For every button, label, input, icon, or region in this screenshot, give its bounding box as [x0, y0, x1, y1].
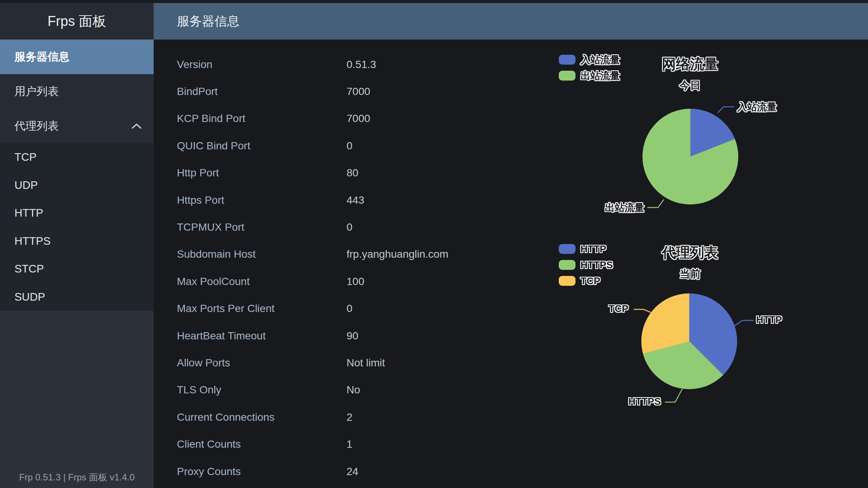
- sidebar-item-user-list[interactable]: 用户列表: [0, 74, 154, 109]
- pie-label-https: HTTPS: [628, 396, 661, 407]
- legend-item-https[interactable]: HTTPS: [559, 260, 613, 270]
- sidebar-footer: Frp 0.51.3 | Frps 面板 v1.4.0: [0, 311, 154, 488]
- proxy-submenu: TCP UDP HTTP HTTPS STCP SUDP: [0, 143, 154, 311]
- sidebar-item-label: 服务器信息: [14, 49, 70, 65]
- submenu-item-label: SUDP: [14, 291, 45, 303]
- traffic-chart-legend: 入站流量 出站流量: [559, 55, 620, 81]
- chart-subtitle: 当前: [662, 267, 718, 281]
- row-label: Https Port: [177, 194, 347, 206]
- sidebar-item-http[interactable]: HTTP: [0, 199, 154, 227]
- row-label: Current Connections: [177, 411, 347, 423]
- pie-label-outbound: 出站流量: [605, 201, 644, 214]
- proxy-pie-chart[interactable]: [641, 293, 737, 389]
- submenu-item-label: HTTPS: [14, 235, 51, 247]
- table-row: Proxy Counts24: [177, 458, 448, 485]
- proxy-chart-title-block: 代理列表 当前: [662, 243, 718, 281]
- table-row: TCPMUX Port0: [177, 214, 448, 241]
- row-label: Subdomain Host: [177, 248, 347, 260]
- table-row: Https Port443: [177, 187, 448, 214]
- sidebar-menu: 服务器信息 用户列表 代理列表 TCP UDP HTTP HTTP: [0, 40, 154, 311]
- table-row: Max PoolCount100: [177, 268, 448, 295]
- row-value: 0.51.3: [347, 59, 376, 71]
- legend-item-inbound[interactable]: 入站流量: [559, 55, 620, 65]
- row-label: Http Port: [177, 167, 347, 179]
- legend-label: HTTP: [580, 243, 606, 255]
- leader-line-tcp: [634, 309, 651, 312]
- traffic-chart-title-block: 网络流量 今日: [662, 55, 718, 93]
- submenu-item-label: UDP: [14, 179, 38, 192]
- sidebar-item-udp[interactable]: UDP: [0, 171, 154, 200]
- server-info-table: Version0.51.3 BindPort7000 KCP Bind Port…: [177, 51, 448, 485]
- row-value: 0: [347, 140, 353, 152]
- chart-title: 网络流量: [662, 55, 718, 74]
- table-row: Max Ports Per Client0: [177, 295, 448, 322]
- chart-subtitle: 今日: [662, 78, 718, 93]
- table-row: TLS OnlyNo: [177, 377, 448, 404]
- app-title: Frps 面板: [0, 3, 154, 40]
- row-label: HeartBeat Timeout: [177, 330, 347, 342]
- sidebar-item-https[interactable]: HTTPS: [0, 227, 154, 255]
- legend-swatch-icon: [559, 244, 575, 254]
- row-label: TLS Only: [177, 384, 347, 396]
- sidebar-item-sudp[interactable]: SUDP: [0, 283, 154, 311]
- row-label: Version: [177, 59, 347, 71]
- row-value: 80: [347, 167, 358, 179]
- sidebar-item-server-info[interactable]: 服务器信息: [0, 40, 154, 74]
- chevron-up-icon: [131, 123, 142, 130]
- legend-item-tcp[interactable]: TCP: [559, 276, 613, 286]
- sidebar-item-tcp[interactable]: TCP: [0, 143, 154, 171]
- leader-line-https: [665, 389, 682, 402]
- row-value: 1: [347, 438, 353, 450]
- traffic-pie-chart[interactable]: [642, 109, 738, 204]
- sidebar-item-label: 代理列表: [14, 119, 59, 134]
- version-footer: Frp 0.51.3 | Frps 面板 v1.4.0: [19, 471, 135, 483]
- table-row: Allow PortsNot limit: [177, 349, 448, 376]
- pie-label-http: HTTP: [756, 314, 782, 326]
- leader-line-inbound: [718, 107, 734, 113]
- legend-label: 出站流量: [580, 69, 620, 82]
- window-top-border: [0, 0, 868, 3]
- page-header: 服务器信息: [154, 3, 868, 40]
- table-row: KCP Bind Port7000: [177, 105, 448, 132]
- chart-title: 代理列表: [662, 243, 718, 262]
- sidebar-item-proxy-list[interactable]: 代理列表: [0, 109, 154, 143]
- row-value: 0: [347, 303, 353, 315]
- row-value: frp.yanghuanglin.com: [347, 248, 448, 260]
- row-label: QUIC Bind Port: [177, 140, 347, 152]
- table-row: Http Port80: [177, 160, 448, 187]
- pie-label-tcp: TCP: [609, 303, 628, 315]
- row-value: 7000: [347, 112, 370, 125]
- table-row: HeartBeat Timeout90: [177, 322, 448, 349]
- row-label: Max Ports Per Client: [177, 303, 347, 315]
- row-value: 443: [347, 194, 364, 206]
- row-value: 2: [347, 411, 353, 423]
- table-row: BindPort7000: [177, 78, 448, 105]
- row-value: 90: [347, 330, 358, 342]
- legend-swatch-icon: [559, 276, 575, 286]
- legend-swatch-icon: [559, 71, 575, 81]
- leader-line-outbound: [647, 200, 664, 208]
- main-content: Version0.51.3 BindPort7000 KCP Bind Port…: [154, 40, 868, 488]
- row-value: No: [347, 384, 360, 396]
- submenu-item-label: STCP: [14, 263, 44, 275]
- sidebar: Frps 面板 服务器信息 用户列表 代理列表 TCP UDP HTTP: [0, 3, 154, 488]
- row-label: Max PoolCount: [177, 276, 347, 288]
- submenu-item-label: HTTP: [14, 207, 43, 219]
- row-label: KCP Bind Port: [177, 112, 347, 125]
- legend-item-outbound[interactable]: 出站流量: [559, 71, 620, 81]
- row-label: BindPort: [177, 86, 347, 98]
- row-label: Allow Ports: [177, 357, 347, 369]
- legend-label: TCP: [580, 275, 600, 287]
- leader-line-http: [734, 320, 754, 326]
- page-title: 服务器信息: [177, 13, 240, 30]
- legend-swatch-icon: [559, 55, 575, 65]
- row-value: 0: [347, 221, 353, 233]
- row-value: Not limit: [347, 357, 385, 369]
- table-row: Subdomain Hostfrp.yanghuanglin.com: [177, 241, 448, 268]
- sidebar-item-stcp[interactable]: STCP: [0, 255, 154, 283]
- legend-item-http[interactable]: HTTP: [559, 244, 613, 254]
- row-value: 7000: [347, 86, 370, 98]
- row-label: TCPMUX Port: [177, 221, 347, 233]
- submenu-item-label: TCP: [14, 151, 37, 163]
- legend-swatch-icon: [559, 260, 575, 270]
